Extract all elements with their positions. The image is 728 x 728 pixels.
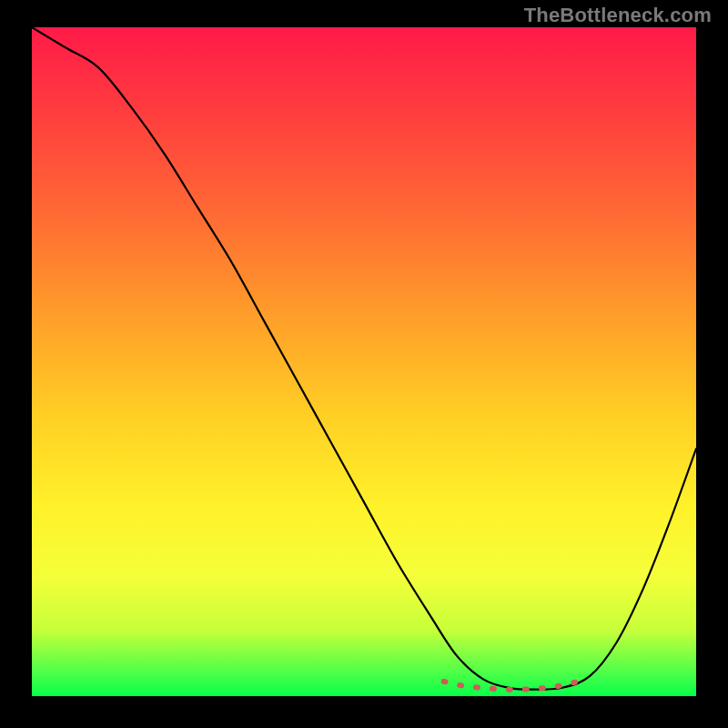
chart-svg <box>32 27 696 696</box>
watermark-text: TheBottleneck.com <box>524 4 712 27</box>
chart-frame: TheBottleneck.com <box>0 0 728 728</box>
plot-area <box>32 27 696 696</box>
bottleneck-curve <box>32 27 696 690</box>
